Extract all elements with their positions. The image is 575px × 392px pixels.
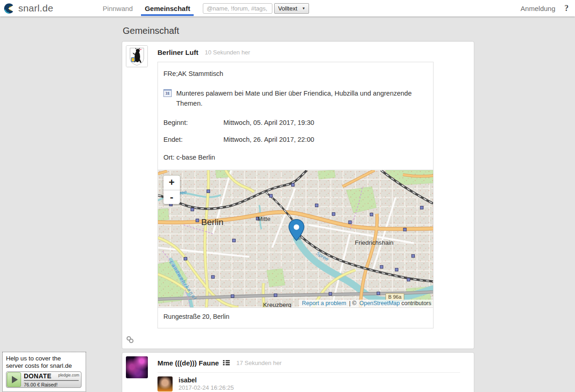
donation-progress-bar [24,380,79,381]
calendar-icon: 31 [163,89,172,97]
post-card-event: Berliner Luft 10 Sekunden her FRe;AK Sta… [122,42,474,349]
forum-icon [223,359,230,367]
map-label-berlin: Berlin [201,217,223,227]
map-canvas: Berlin Mitte Friedrichshain Kreuzberg Sp… [158,170,433,307]
event-location: Ort: c-base Berlin [163,154,428,161]
donation-message-line2: server costs for snarl.de [6,362,82,370]
map-zoom-out-button[interactable]: - [163,190,180,204]
comment-author[interactable]: isabel [179,376,249,384]
nav-item-pinnwand[interactable]: Pinnwand [99,0,136,16]
map-label-mitte: Mitte [258,215,271,222]
openstreetmap-link[interactable]: OpenStreetMap [359,300,400,306]
search-input[interactable] [203,3,272,14]
event-box: FRe;AK Stammtisch 31 Munteres palawern b… [157,62,434,328]
post-avatar-faune[interactable] [126,356,148,378]
donation-widget: Help us to cover the server costs for sn… [2,352,86,392]
permalink-icon[interactable] [126,336,134,345]
event-description: Munteres palawern bei Mate und Bier über… [176,88,428,109]
search-scope-select[interactable]: Volltext ▼ [274,3,309,14]
site-brand[interactable]: snarl.de [4,0,53,16]
pledgie-site-label: pledgie.com [58,373,79,377]
map-attribution: Report a problem | © OpenStreetMap contr… [299,300,433,307]
openstreetmap-map[interactable]: Berlin Mitte Friedrichshain Kreuzberg Sp… [158,170,433,307]
map-zoom-control: + - [163,176,180,204]
friendica-logo-icon [4,3,15,14]
main-content: Gemeinschaft [122,26,474,392]
brand-name: snarl.de [18,3,53,14]
chevron-down-icon: ▼ [302,6,305,11]
donate-label: DONATE [24,372,51,380]
comment-timestamp: 2017-02-24 16:26:25 [179,384,249,391]
login-link[interactable]: Anmeldung [521,0,555,16]
post-timestamp: 17 Sekunden her [236,360,282,366]
active-tab-underline [141,14,194,16]
map-label-kreuzberg: Kreuzberg [263,301,292,307]
map-label-friedrichshain: Friedrichshain [355,239,394,246]
map-zoom-in-button[interactable]: + [163,176,180,190]
post-timestamp: 10 Sekunden her [205,49,250,56]
comment-divider [157,372,460,373]
search-area: Volltext ▼ [203,0,309,16]
post-card-status: Mme (((de))) Faune 17 Sekunden her isabe… [122,353,474,392]
event-address: Rungestraße 20, Berlin [158,307,433,328]
post-avatar-berliner-luft[interactable] [126,45,148,67]
help-icon[interactable]: ? [564,0,569,16]
donation-message-line1: Help us to cover the [6,355,82,362]
page-title: Gemeinschaft [123,26,474,36]
event-begin-value: Mittwoch, 05. April 2017, 19:30 [223,119,428,126]
pledgie-play-icon [7,372,21,387]
pledgie-donate-button[interactable]: DONATE pledgie.com 76.00 € Raised! [6,371,81,388]
comment: isabel 2017-02-24 16:26:25 #Naming and #… [157,376,460,392]
event-title: FRe;AK Stammtisch [163,70,428,77]
event-end-value: Mittwoch, 26. April 2017, 22:00 [223,136,428,143]
main-nav: Pinnwand Gemeinschaft [99,0,198,16]
event-begin-label: Beginnt: [163,119,223,126]
event-end-label: Endet: [163,136,223,143]
post-author[interactable]: Berliner Luft [157,48,198,56]
post-author[interactable]: Mme (((de))) Faune [157,359,219,367]
comment-avatar-isabel[interactable] [157,376,173,392]
report-problem-link[interactable]: Report a problem [302,300,346,306]
nav-item-gemeinschaft[interactable]: Gemeinschaft [141,0,194,16]
top-navbar: snarl.de Pinnwand Gemeinschaft Volltext … [0,0,575,16]
donation-raised-amount: 76.00 € Raised! [24,382,79,387]
